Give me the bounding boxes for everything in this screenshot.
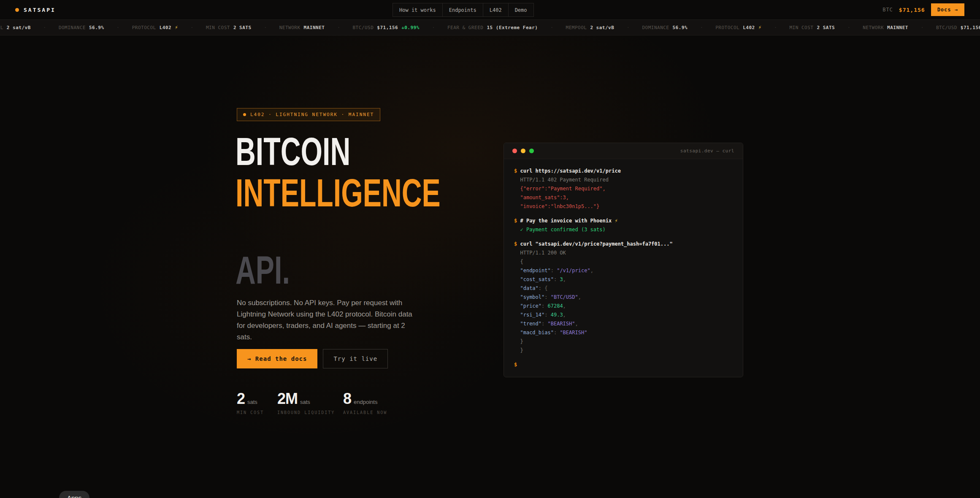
nav-item-how-it-works[interactable]: How it works xyxy=(393,3,442,16)
ticker-separator: · xyxy=(921,25,923,30)
terminal-prompt: $ xyxy=(514,362,520,368)
lightning-icon: ⚡ xyxy=(758,24,762,30)
terminal-indent xyxy=(514,203,520,209)
ticker-item-label: PROTOCOL xyxy=(132,25,156,30)
terminal-blank-line xyxy=(514,211,733,217)
ticker-separator: · xyxy=(627,25,629,30)
terminal-segment: HTTP/1.1 200 OK xyxy=(520,250,566,256)
terminal-segment: "BEARISH" xyxy=(547,321,575,327)
docs-button[interactable]: Docs → xyxy=(931,3,964,16)
ticker-item: NETWORKMAINNET xyxy=(279,25,325,30)
terminal-segment: "price" xyxy=(520,303,541,309)
terminal-minimize-icon[interactable] xyxy=(521,149,525,153)
try-it-live-button[interactable]: Try it live xyxy=(323,349,388,368)
terminal-zoom-icon[interactable] xyxy=(529,149,534,153)
terminal-indent xyxy=(514,321,520,327)
terminal-prompt: $ xyxy=(514,168,520,174)
ticker-item-label: MIN COST xyxy=(206,25,230,30)
terminal-indent xyxy=(514,312,520,318)
terminal-close-icon[interactable] xyxy=(512,149,517,153)
terminal-segment: ⚡ xyxy=(615,218,617,224)
terminal-indent xyxy=(514,186,520,192)
terminal-segment: "BEARISH" xyxy=(560,330,587,336)
terminal-line: HTTP/1.1 402 Payment Required xyxy=(514,176,733,184)
network-badge-label: L402 · LIGHTNING NETWORK · MAINNET xyxy=(250,112,374,117)
ticker-item-value: MAINNET xyxy=(304,25,325,30)
stat-block: 2MsatsINBOUND LIQUIDITY xyxy=(277,391,335,415)
terminal-indent xyxy=(514,268,520,273)
ticker-item: NETWORKMAINNET xyxy=(863,25,908,30)
nav-item-endpoints[interactable]: Endpoints xyxy=(442,3,483,16)
logo-text: SATSAPI xyxy=(24,7,56,13)
terminal-blank-line xyxy=(514,234,733,240)
terminal-segment: , xyxy=(563,303,566,309)
ticker-separator: · xyxy=(550,25,553,30)
ticker-separator: · xyxy=(432,25,435,30)
terminal-indent xyxy=(514,227,520,233)
terminal-segment: : xyxy=(554,330,560,336)
stats-ticker-bar: MEMPOOL2 sat/vB·DOMINANCE56.9%·PROTOCOLL… xyxy=(0,19,980,35)
terminal-segment: : xyxy=(541,321,547,327)
terminal-line: ✓ Payment confirmed (3 sats) xyxy=(514,225,733,234)
ticker-separator: · xyxy=(43,25,46,30)
ticker-item-value: 2 sat/vB xyxy=(590,25,614,30)
ticker-item-value: L402 xyxy=(160,25,172,30)
ticker-item-value: 2 sat/vB xyxy=(7,25,31,30)
ticker-separator: · xyxy=(337,25,340,30)
terminal-line: { xyxy=(514,257,733,266)
terminal-line: $ curl "satsapi.dev/v1/price?payment_has… xyxy=(514,240,733,249)
terminal-indent xyxy=(514,250,520,256)
stat-value-row: 2sats xyxy=(237,391,264,406)
terminal-segment: "trend" xyxy=(520,321,541,327)
terminal-indent xyxy=(514,347,520,353)
ticker-item: BTC/USD$71,156+0.99% xyxy=(936,25,980,30)
terminal-line: "cost_sats": 3, xyxy=(514,275,733,284)
read-docs-button[interactable]: → Read the docs xyxy=(237,349,317,368)
terminal-line: $ curl https://satsapi.dev/v1/price xyxy=(514,167,733,176)
ticker-track: MEMPOOL2 sat/vB·DOMINANCE56.9%·PROTOCOLL… xyxy=(0,24,980,30)
stat-block: 2satsMIN COST xyxy=(237,391,264,415)
ticker-item: DOMINANCE56.9% xyxy=(59,25,104,30)
terminal-line: "symbol": "BTC/USD", xyxy=(514,293,733,302)
terminal-line: "rsi_14": 49.3, xyxy=(514,311,733,319)
terminal-segment: : xyxy=(544,294,550,300)
badge-dot-icon xyxy=(243,113,246,116)
stat-label: MIN COST xyxy=(237,410,264,415)
logo[interactable]: SATSAPI xyxy=(15,0,56,19)
terminal-indent xyxy=(514,195,520,200)
terminal-segment: } xyxy=(520,338,523,344)
btc-ticker-label: BTC xyxy=(883,7,893,13)
apps-button[interactable]: Apps xyxy=(59,491,89,498)
nav-item-demo[interactable]: Demo xyxy=(508,3,533,16)
terminal-segment: "cost_sats" xyxy=(520,276,553,282)
ticker-item-label: DOMINANCE xyxy=(59,25,86,30)
ticker-separator: · xyxy=(700,25,703,30)
terminal-indent xyxy=(514,285,520,291)
ticker-item-value: 2 SATS xyxy=(233,25,252,30)
stat-value-row: 8endpoints xyxy=(343,391,387,406)
ticker-item-label: DOMINANCE xyxy=(642,25,669,30)
terminal-prompt: $ xyxy=(514,241,520,247)
terminal-segment: # Pay the invoice with Phoenix xyxy=(520,218,615,224)
terminal-indent xyxy=(514,294,520,300)
ticker-item-label: BTC/USD xyxy=(936,25,957,30)
terminal-body: $ curl https://satsapi.dev/v1/price HTTP… xyxy=(504,159,743,377)
terminal-segment: : xyxy=(541,303,547,309)
terminal-segment: "invoice":"lnbc30n1p5..."} xyxy=(520,203,599,209)
stat-unit: sats xyxy=(247,399,257,405)
ticker-item-value: 2 SATS xyxy=(817,25,835,30)
terminal-window: satsapi.dev — curl $ curl https://satsap… xyxy=(504,143,743,377)
lightning-icon: ⚡ xyxy=(175,24,178,30)
ticker-item-value: $71,156 xyxy=(377,25,398,30)
terminal-indent xyxy=(514,330,520,336)
nav-item-l402[interactable]: L402 xyxy=(483,3,508,16)
hero-heading-line-2: INTELLIGENCE xyxy=(236,173,441,212)
ticker-item: BTC/USD$71,156+0.99% xyxy=(352,25,419,30)
terminal-segment: : xyxy=(554,276,560,282)
ticker-item-label: FEAR & GREED xyxy=(447,25,483,30)
btc-ticker-price: $71,156 xyxy=(899,7,925,13)
stat-value: 2M xyxy=(277,391,298,406)
ticker-item-value: $71,156 xyxy=(961,25,980,30)
hero-heading-line-3: API. xyxy=(236,251,290,290)
network-badge: L402 · LIGHTNING NETWORK · MAINNET xyxy=(237,108,380,121)
